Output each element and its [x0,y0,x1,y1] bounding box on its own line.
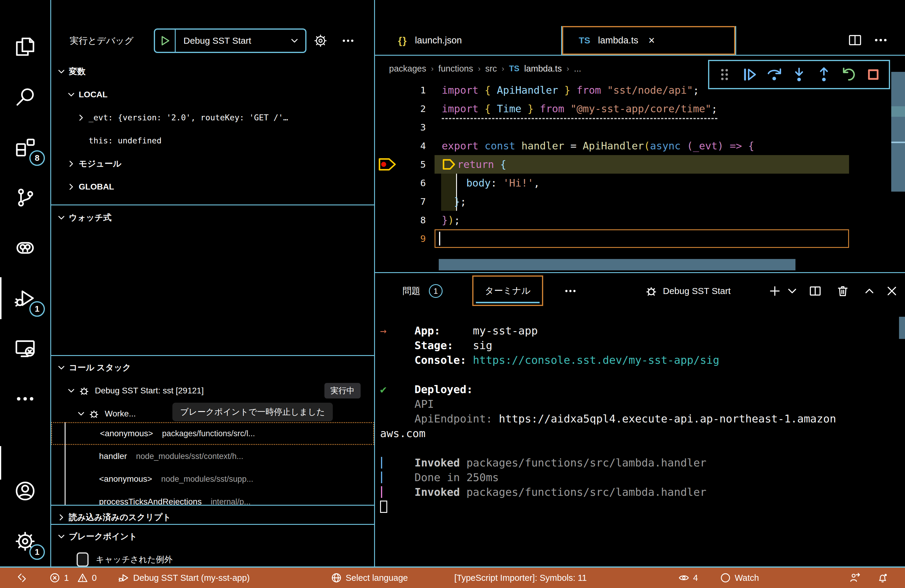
code-line[interactable]: 7 }; [375,192,905,211]
terminal-output[interactable]: →App: my-sst-appStage: sigConsole: https… [375,323,896,514]
warnings-indicator[interactable]: 0 [77,567,97,588]
variable-row[interactable]: _evt: {version: '2.0', routeKey: 'GET /'… [51,106,374,129]
activity-settings[interactable]: 1 [0,516,50,566]
debug-terminal-icon [644,273,658,309]
watch-indicator[interactable]: Watch [720,567,759,588]
activity-account[interactable] [0,466,50,516]
step-out-button[interactable] [815,66,833,83]
terminal-session-label[interactable]: Debug SST Start [663,273,730,309]
errors-indicator[interactable]: 1 [49,567,69,588]
debug-session-row[interactable]: Debug SST Start: sst [29121]実行中 [51,379,374,402]
badge: 8 [29,150,45,166]
debug-session-indicator[interactable]: Debug SST Start (my-sst-app) [118,567,249,588]
breakpoints-section: ブレークポイントキャッチされた例外 [51,525,374,571]
horizontal-scrollbar[interactable] [439,259,795,270]
code-line[interactable]: 4export const handler = ApiHandler(async… [375,137,905,155]
tab-problems[interactable]: 問題 1 [403,273,443,309]
step-over-button[interactable] [765,66,783,83]
split-editor-icon[interactable] [847,32,863,48]
activity-search[interactable] [0,72,50,122]
breadcrumb-item[interactable]: packages [389,64,426,74]
chevron-right-icon [66,159,76,169]
maximize-panel-button[interactable] [862,273,876,309]
call-stack-header[interactable]: コール スタック [51,356,374,379]
remote-indicator[interactable] [16,567,27,588]
check-icon: ✔ [380,382,387,397]
remote-icon [16,572,27,583]
new-terminal-button[interactable] [768,273,782,309]
panel-more-icon[interactable] [564,273,577,309]
circle-icon [720,572,731,583]
terminal-dropdown[interactable] [785,273,799,309]
stack-frame-row[interactable]: <anonymous>packages/functions/src/l... [51,422,374,445]
files-icon [14,36,36,58]
breakpoints-header[interactable]: ブレークポイント [51,525,374,548]
split-terminal-button[interactable] [808,273,822,309]
variable-row[interactable]: this: undefined [51,129,374,152]
code-line[interactable]: 3 [375,118,905,137]
activity-copilot[interactable] [0,223,50,273]
close-tab-icon[interactable]: × [649,34,655,47]
variable-row[interactable]: GLOBAL [51,175,374,198]
stack-frame-row[interactable]: <anonymous>node_modules/sst/supp... [51,468,374,490]
activity-explorer[interactable] [0,22,50,72]
code-line[interactable]: 5return { [375,155,905,174]
tab-lambda-ts[interactable]: TSlambda.ts× [562,26,735,55]
step-into-button[interactable] [791,66,808,83]
tab-launch-json[interactable]: {}launch.json [383,26,561,55]
stop-button[interactable] [865,66,882,83]
chevron-down-icon [56,531,67,542]
tab-terminal[interactable]: ターミナル [472,275,543,306]
code-line[interactable]: 6 body: 'Hi!', [375,174,905,192]
toolbar-gripper[interactable] [716,66,733,83]
code-line[interactable]: 8}); [375,211,905,229]
line-number: 4 [401,137,426,155]
start-debugging-icon[interactable] [155,34,175,47]
watchers-count[interactable]: 4 [678,567,698,588]
sidebar-more-icon[interactable] [341,33,355,48]
breadcrumb-item[interactable]: src [486,64,497,74]
notifications-button[interactable] [877,567,888,588]
activity-run-debug[interactable]: 1 [0,273,50,323]
select-language[interactable]: Select language [331,567,408,588]
kill-terminal-button[interactable] [836,273,849,309]
watch-header[interactable]: ウォッチ式 [51,206,374,229]
console-link[interactable]: https://console.sst.dev/my-sst-app/sig [473,354,719,366]
code-editor[interactable]: 1import { ApiHandler } from "sst/node/ap… [375,81,905,248]
breadcrumb-symbol[interactable]: ... [574,64,581,74]
variable-row[interactable]: モジュール [51,152,374,175]
activity-remote-explorer[interactable] [0,323,50,373]
breadcrumb-item[interactable]: functions [438,64,473,74]
launch-config-picker[interactable]: Debug SST Start [154,29,306,53]
code-line[interactable]: 2import { Time } from "@my-sst-app/core/… [375,99,905,118]
source-control-icon [14,186,36,209]
worker-thread-row[interactable]: Worke...ブレークポイントで一時停止しました [51,402,374,425]
continue-button[interactable] [741,66,758,83]
debug-settings-gear-icon[interactable] [313,33,328,48]
stack-frame-row[interactable]: handlernode_modules/sst/context/h... [51,445,374,468]
close-panel-button[interactable] [885,273,899,309]
breakpoint-paused-icon[interactable] [377,157,397,172]
feedback-button[interactable] [849,567,861,588]
code-line[interactable]: 9 [375,229,905,248]
panel-header: 問題 1 ターミナル Debug SST Start [375,273,905,309]
terminal-line: ApiEndpoint: https://aidxa5qpl4.execute-… [375,412,896,426]
activity-more[interactable] [0,373,50,424]
badge: 1 [29,544,45,560]
terminal-scrollbar[interactable] [899,317,905,339]
activity-source-control[interactable] [0,172,50,223]
problems-badge: 1 [429,284,443,298]
sidebar-title: 実行とデバッグ [70,35,134,47]
breadcrumb-file[interactable]: lambda.ts [524,64,562,74]
ts-importer[interactable]: [TypeScript Importer]: Symbols: 11 [454,567,587,588]
stack-frame-row[interactable]: processTicksAndRejectionsinternal/p... [51,490,374,505]
editor-overview-ruler[interactable] [891,72,905,192]
variable-row[interactable]: LOCAL [51,83,374,106]
terminal-gutter-bar [381,457,382,469]
search-icon [14,86,36,108]
variables-header[interactable]: 変数 [51,60,374,83]
editor-more-icon[interactable] [873,32,889,48]
activity-extensions[interactable]: 8 [0,122,50,172]
exception-checkbox[interactable] [76,552,89,567]
restart-button[interactable] [840,66,857,83]
